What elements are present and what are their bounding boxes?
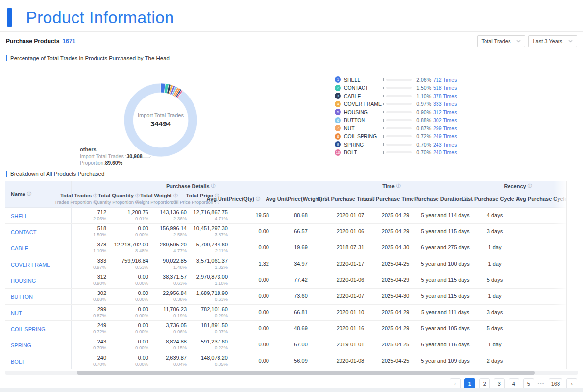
horizontal-scrollbar-track[interactable] [5,371,578,375]
info-icon[interactable]: ⓘ [135,194,140,198]
cell-name: BOLT [5,353,71,369]
legend-item[interactable]: 6 BUTTON 0.88% 302 Times [335,117,457,124]
product-name-link[interactable]: COIL SPRING [11,326,46,332]
donut-segment[interactable] [124,83,197,157]
product-name-link[interactable]: NUT [11,310,22,316]
bar-tick [383,119,384,122]
legend-percent: 0.70% [413,149,431,155]
cell-total_weight: 143,136.602.36% [153,207,192,223]
pagination-page-button[interactable]: 1 [464,378,475,389]
info-icon[interactable]: ⓘ [211,184,216,188]
bar-tick [383,111,384,113]
cell-last_purchase_cycle: 3 days [473,223,517,240]
products-table: NameⓘPurchase DetailsⓘTimeⓘRecencyⓘTotal… [5,181,567,369]
table-body: SHELL7122.06%1,208.760.01%143,136.602.36… [5,207,567,369]
cell-avg_unit_price_qty: 0.00 [233,337,274,353]
cell-first_purchase_time: 2020-01-16 [328,320,373,337]
cell-name: HOUSING [5,272,71,288]
cell-last_purchase_cycle: 3 days [473,304,517,320]
purchase-products-panel: Purchase Products 1671 Total Trades Last… [0,31,583,389]
page-title: Product Information [26,8,174,27]
cell-purchase_duration: 5 year and 109 days [418,353,473,369]
cell-purchase_duration: 6 year and 275 days [418,240,473,256]
pagination-next-button[interactable]: › [566,378,577,389]
panel-header: Purchase Products 1671 Total Trades Last… [0,32,583,50]
cell-name: CONTACT [5,223,71,240]
cell-purchase_duration: 5 year and 105 days [418,320,473,337]
cell-total_price: 12,716,867.754.71% [192,207,233,223]
legend-item[interactable]: 2 CONTACT 1.50% 518 Times [335,85,457,92]
product-name-link[interactable]: CABLE [11,245,28,251]
legend-item[interactable]: 10 BOLT 0.70% 240 Times [335,149,457,156]
product-name-link[interactable]: SPRING [11,343,31,348]
cell-avg_purchase_cycle [517,223,567,240]
product-name-link[interactable]: COVER FRAME [11,262,50,268]
column-group-header: Recencyⓘ [473,181,567,191]
time-range-select-value: Last 3 Years [533,38,562,44]
donut-chart-area: Import Total Trades 34494 others Import … [0,61,583,170]
legend-percent: 0.88% [413,117,431,123]
cell-total_price: 2,970,873.001.10% [192,272,233,288]
legend-item[interactable]: 3 CABLE 1.10% 378 Times [335,93,457,99]
bar-tick [383,95,384,97]
cell-total_price: 181,891.500.07% [192,320,233,337]
bar-track [386,87,412,89]
cell-total_quantity: 0.000.00% [111,337,153,353]
cell-total_quantity: 759,916.840.53% [111,256,153,272]
info-icon[interactable]: ⓘ [396,184,401,188]
info-icon[interactable]: ⓘ [93,194,97,198]
info-icon[interactable]: ⓘ [256,197,260,201]
info-icon[interactable]: ⓘ [27,192,31,196]
info-icon[interactable]: ⓘ [173,194,178,198]
legend-item[interactable]: 7 NUT 0.87% 299 Times [335,125,457,132]
table-row: HOUSING3120.90%0.000.00%38,371.570.63%2,… [5,272,567,288]
legend-item[interactable]: 1 SHELL 2.06% 712 Times [335,76,457,83]
chevron-down-icon [516,40,521,43]
pagination-page-button[interactable]: 2 [479,378,490,389]
cell-name: BUTTON [5,288,71,304]
pagination-ellipsis[interactable]: ••• [538,381,545,386]
legend-item[interactable]: 8 COIL SPRING 0.72% 249 Times [335,133,457,140]
cell-last_purchase_cycle: 1 day [473,256,517,272]
cell-total_weight: 90,022.851.48% [153,256,192,272]
cell-total_price: 10,451,297.303.87% [192,223,233,240]
cell-avg_unit_price_weight: 19.69 [274,240,328,256]
pagination-page-button[interactable]: 5 [523,378,534,389]
metric-select[interactable]: Total Trades [477,35,526,47]
legend-percent: 1.50% [413,85,431,91]
column-group-header: Timeⓘ [328,181,473,191]
donut-annotation: others Import Total Trades :30,908 Propo… [80,147,143,166]
column-group-header: Purchase Detailsⓘ [71,181,328,191]
panel-count-badge: 1671 [62,38,75,45]
legend-percent: 0.72% [413,133,431,139]
product-name-link[interactable]: HOUSING [11,278,36,284]
pagination-prev-button[interactable]: ‹ [450,378,461,389]
cell-last_purchase_time: 2025-04-29 [373,272,418,288]
time-range-select[interactable]: Last 3 Years [528,35,577,47]
product-name-link[interactable]: CONTACT [11,229,36,235]
product-name-link[interactable]: BOLT [11,359,24,365]
legend-item[interactable]: 4 COVER FRAME 0.97% 333 Times [335,101,457,108]
cell-last_purchase_time: 2025-04-30 [373,240,418,256]
legend-percent: 0.70% [413,142,431,147]
pagination-page-button[interactable]: 3 [494,378,505,389]
cell-total_trades: 3120.90% [71,272,111,288]
pagination-page-button[interactable]: 168 [549,378,562,389]
bar-track [386,135,412,137]
cell-total_price: 591,237.600.22% [192,337,233,353]
horizontal-scrollbar-thumb[interactable] [77,371,535,375]
bar-tick [383,143,384,146]
product-name-link[interactable]: BUTTON [11,294,33,300]
table-row: NUT2990.87%0.000.00%11,706.230.19%782,10… [5,304,567,320]
pagination-page-button[interactable]: 4 [509,378,519,389]
legend-item[interactable]: 5 HOUSING 0.90% 312 Times [335,109,457,116]
bar-track [386,95,412,97]
cell-avg_unit_price_weight: 66.57 [274,223,328,240]
cell-last_purchase_time: 2025-04-25 [373,256,418,272]
info-icon[interactable]: ⓘ [528,184,532,188]
legend-item[interactable]: 9 SPRING 0.70% 243 Times [335,141,457,148]
cell-total_quantity: 12,218,702.008.48% [111,240,153,256]
bar-track [386,119,412,121]
product-name-link[interactable]: SHELL [11,213,28,219]
legend-mini-bar [383,78,413,81]
